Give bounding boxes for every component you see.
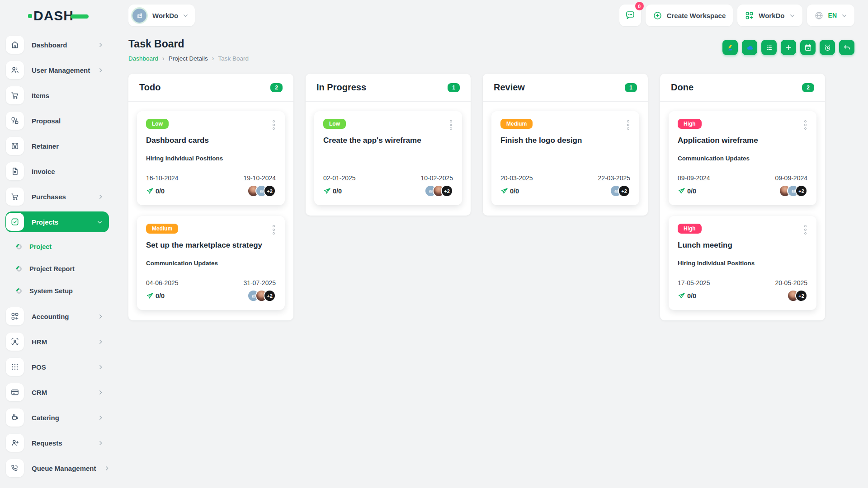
plus-icon <box>784 43 793 52</box>
workspace-switcher[interactable]: WorkDo <box>128 5 195 26</box>
google-drive-icon <box>726 43 735 52</box>
sidebar-item-hrm[interactable]: HRM <box>5 331 109 352</box>
sidebar-item-projects[interactable]: Projects <box>5 211 109 232</box>
transfer-icon <box>6 112 24 130</box>
add-task-button[interactable] <box>781 40 796 55</box>
logo-dash-icon <box>71 14 89 19</box>
column-title: In Progress <box>316 82 366 93</box>
sidebar-item-crm[interactable]: CRM <box>5 382 109 403</box>
card-menu-button[interactable] <box>626 119 630 131</box>
task-milestone: Hiring Individual Positions <box>678 260 807 267</box>
brand-logo[interactable]: DASH <box>28 9 114 23</box>
task-card[interactable]: Medium Finish the logo design 20-03-2025… <box>491 111 639 205</box>
submenu-item-system-setup[interactable]: System Setup <box>5 282 109 300</box>
sidebar-item-invoice[interactable]: Invoice <box>5 161 109 182</box>
task-card[interactable]: Low Create the app's wireframe 02-01-202… <box>314 111 462 205</box>
task-milestone <box>323 155 453 162</box>
assignee-avatars: +2 <box>787 290 807 302</box>
submenu-item-project[interactable]: Project <box>5 238 109 256</box>
chevron-down-icon <box>97 219 103 225</box>
breadcrumb-dashboard-link[interactable]: Dashboard <box>128 55 158 62</box>
task-due-date: 19-10-2024 <box>243 174 276 182</box>
card-menu-button[interactable] <box>449 119 453 131</box>
card-menu-button[interactable] <box>803 119 807 131</box>
sidebar-item-accounting[interactable]: Accounting <box>5 306 109 327</box>
task-start-date: 20-03-2025 <box>500 174 533 182</box>
undo-icon <box>843 43 851 52</box>
task-start-date: 17-05-2025 <box>678 279 710 286</box>
google-drive-button[interactable] <box>722 40 738 55</box>
task-card[interactable]: Medium Set up the marketplace strategy C… <box>137 216 285 310</box>
sidebar-item-proposal[interactable]: Proposal <box>5 110 109 131</box>
column-count-badge: 2 <box>270 83 283 92</box>
card-menu-button[interactable] <box>272 224 276 236</box>
avatar-more-badge: +2 <box>264 185 276 197</box>
sidebar-item-label: User Management <box>32 66 90 74</box>
sidebar-item-label: Dashboard <box>32 41 67 49</box>
priority-badge: Low <box>146 119 169 129</box>
sidebar-item-requests[interactable]: Requests <box>5 432 109 453</box>
sidebar-item-label: Projects <box>32 218 58 226</box>
workspace-avatar <box>131 7 148 24</box>
send-icon <box>146 187 154 195</box>
sidebar-item-dashboard[interactable]: Dashboard <box>5 34 109 55</box>
chat-bubble-icon <box>625 10 636 21</box>
avatar-more-badge: +2 <box>795 185 807 197</box>
create-workspace-label: Create Workspace <box>667 12 726 19</box>
assignee-avatars: +2 <box>425 185 453 197</box>
task-start-date: 02-01-2025 <box>323 174 356 182</box>
page-heading-block: Task Board Dashboard › Project Details ›… <box>128 38 249 62</box>
send-icon <box>146 292 154 300</box>
task-milestone: Communication Updates <box>146 260 276 267</box>
chevron-right-icon <box>98 440 104 446</box>
sidebar-item-label: Queue Management <box>32 465 96 472</box>
language-selector[interactable]: EN <box>807 5 854 26</box>
messages-count-badge: 0 <box>635 2 644 10</box>
messages-button[interactable]: 0 <box>619 5 641 26</box>
sidebar-item-catering[interactable]: Catering <box>5 407 109 428</box>
create-workspace-button[interactable]: Create Workspace <box>646 5 733 26</box>
list-view-button[interactable] <box>761 40 777 55</box>
breadcrumb-project-details-link[interactable]: Project Details <box>169 55 208 62</box>
calendar-button[interactable] <box>800 40 816 55</box>
apps-menu-button[interactable]: WorkDo <box>737 5 802 26</box>
sidebar-item-retainer[interactable]: Retainer <box>5 136 109 156</box>
assignee-avatars: +2 <box>247 185 276 197</box>
globe-icon <box>814 11 824 20</box>
send-icon <box>323 187 331 195</box>
timer-button[interactable] <box>820 40 835 55</box>
card-menu-button[interactable] <box>803 224 807 236</box>
sidebar-item-pos[interactable]: POS <box>5 357 109 377</box>
avatar-more-badge: +2 <box>795 290 807 302</box>
sidebar-item-user-management[interactable]: User Management <box>5 60 109 80</box>
sidebar-item-purchases[interactable]: Purchases <box>5 186 109 207</box>
card-menu-button[interactable] <box>272 119 276 131</box>
task-card[interactable]: High Lunch meeting Hiring Individual Pos… <box>669 216 816 310</box>
assignee-avatars: +2 <box>610 185 630 197</box>
kanban-column-done: Done 2 High Application wireframe Commun… <box>660 74 825 320</box>
chevron-right-icon <box>98 389 104 395</box>
column-count-badge: 1 <box>625 83 637 92</box>
chevron-right-icon <box>98 194 104 200</box>
sidebar-item-items[interactable]: Items <box>5 85 109 106</box>
calendar-icon <box>804 43 812 52</box>
plus-circle-icon <box>653 11 662 20</box>
onedrive-button[interactable] <box>742 40 757 55</box>
task-title: Create the app's wireframe <box>323 136 453 145</box>
column-title: Review <box>494 82 525 93</box>
chevron-right-icon <box>98 339 104 345</box>
sidebar-item-queue-management[interactable]: Queue Management <box>5 458 109 479</box>
task-milestone <box>500 155 630 162</box>
kanban-column-review: Review 1 Medium Finish the logo design 2… <box>483 74 648 216</box>
kanban-board: Todo 2 Low Dashboard cards Hiring Indivi… <box>128 74 854 320</box>
apps-menu-label: WorkDo <box>759 12 784 19</box>
submenu-item-label: Project <box>29 243 52 250</box>
submenu-item-project-report[interactable]: Project Report <box>5 260 109 278</box>
home-icon <box>6 36 24 54</box>
kanban-column-todo: Todo 2 Low Dashboard cards Hiring Indivi… <box>128 74 293 320</box>
sidebar-item-label: CRM <box>32 389 47 396</box>
task-card[interactable]: Low Dashboard cards Hiring Individual Po… <box>137 111 285 205</box>
task-card[interactable]: High Application wireframe Communication… <box>669 111 816 205</box>
progress-ring-icon <box>15 243 23 251</box>
back-button[interactable] <box>839 40 854 55</box>
